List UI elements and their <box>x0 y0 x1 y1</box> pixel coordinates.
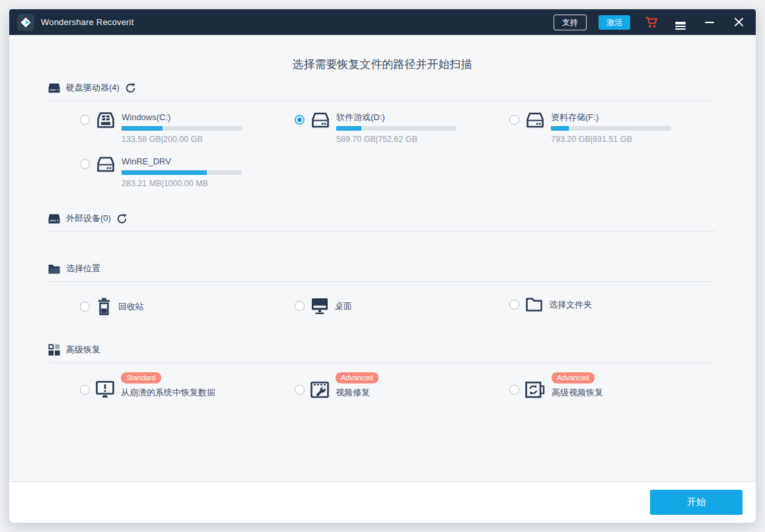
refresh-icon[interactable] <box>117 214 127 224</box>
section-external-devices: 外部设备(0) <box>48 212 716 232</box>
advanced-label: 从崩溃的系统中恢复数据 <box>121 386 215 399</box>
external-devices-title: 外部设备(0) <box>66 213 111 224</box>
location-label: 回收站 <box>118 301 144 313</box>
radio-button[interactable] <box>80 302 90 312</box>
radio-button[interactable] <box>295 115 305 125</box>
radio-button[interactable] <box>80 385 90 395</box>
drive-size: 589.70 GB|752.62 GB <box>336 135 456 144</box>
radio-button[interactable] <box>295 301 305 311</box>
recoverit-logo-icon <box>17 14 34 31</box>
radio-button[interactable] <box>509 385 519 395</box>
select-location-title: 选择位置 <box>66 263 100 275</box>
drive-size: 793.20 GB|931.51 GB <box>551 135 671 144</box>
advanced-video-recovery-icon <box>525 382 545 398</box>
location-label: 桌面 <box>335 300 352 312</box>
drive-name: 软件游戏(D:) <box>336 112 456 123</box>
standard-badge: Standard <box>121 372 161 383</box>
select-folder-icon <box>526 298 542 312</box>
section-advanced-recovery: 高级恢复 <box>48 343 716 399</box>
advanced-item-video-repair[interactable]: Advanced 视频修复 <box>295 371 509 399</box>
advanced-badge: Advanced <box>336 372 379 383</box>
advanced-badge: Advanced <box>552 372 595 383</box>
hard-drive-icon <box>48 214 60 224</box>
main-content: 选择需要恢复文件的路径并开始扫描 硬盘驱动器(4) <box>9 35 756 481</box>
advanced-label: 高级视频恢复 <box>552 386 603 399</box>
section-select-location: 选择位置 回收站 <box>48 262 716 316</box>
drive-icon <box>310 112 330 129</box>
hard-drive-icon <box>48 83 60 93</box>
crashed-system-icon <box>96 381 114 398</box>
minimize-button[interactable] <box>702 15 717 30</box>
drive-usage-bar <box>551 126 671 131</box>
drive-row-1: Windows(C:) 133.58 GB|200.00 GB <box>48 112 716 144</box>
drive-size: 283.21 MB|1000.00 MB <box>122 179 242 188</box>
support-button[interactable]: 支持 <box>554 15 587 30</box>
location-row: 回收站 桌面 <box>48 298 716 316</box>
radio-button[interactable] <box>509 300 519 310</box>
start-button[interactable]: 开始 <box>650 490 743 515</box>
desktop-icon <box>311 298 328 314</box>
location-label: 选择文件夹 <box>549 299 592 311</box>
drive-row-2: WinRE_DRV 283.21 MB|1000.00 MB <box>48 156 716 188</box>
drive-name: WinRE_DRV <box>122 156 242 167</box>
radio-button[interactable] <box>509 115 519 125</box>
hard-drives-title: 硬盘驱动器(4) <box>66 82 120 94</box>
drive-item-winre[interactable]: WinRE_DRV 283.21 MB|1000.00 MB <box>80 156 295 188</box>
location-select-folder[interactable]: 选择文件夹 <box>509 298 724 312</box>
activate-button[interactable]: 激活 <box>599 15 630 30</box>
advanced-item-crashed-system[interactable]: Standard 从崩溃的系统中恢复数据 <box>80 371 295 399</box>
drive-name: 资料存储(F:) <box>551 112 671 123</box>
advanced-row: Standard 从崩溃的系统中恢复数据 <box>48 371 716 399</box>
grid-icon <box>48 344 60 356</box>
recycle-bin-icon <box>96 298 112 316</box>
location-recycle-bin[interactable]: 回收站 <box>80 298 295 316</box>
drive-usage-bar <box>122 170 242 175</box>
drive-item-d[interactable]: 软件游戏(D:) 589.70 GB|752.62 GB <box>295 112 509 144</box>
drive-size: 133.58 GB|200.00 GB <box>122 135 242 144</box>
titlebar: Wondershare Recoverit 支持 激活 <box>9 9 756 35</box>
video-repair-icon <box>310 382 329 398</box>
drive-icon <box>525 112 545 129</box>
radio-button[interactable] <box>80 115 90 125</box>
drive-item-f[interactable]: 资料存储(F:) 793.20 GB|931.51 GB <box>509 112 724 144</box>
section-hard-drives: 硬盘驱动器(4) <box>48 81 716 188</box>
drive-usage-bar <box>122 126 242 131</box>
drive-usage-bar <box>336 126 456 131</box>
app-window: Wondershare Recoverit 支持 激活 选择需要恢复文件的路径并… <box>9 9 756 523</box>
advanced-item-advanced-video[interactable]: Advanced 高级视频恢复 <box>509 371 724 399</box>
menu-icon[interactable] <box>673 15 688 30</box>
folder-icon <box>48 264 60 274</box>
footer: 开始 <box>9 481 756 523</box>
advanced-recovery-title: 高级恢复 <box>66 344 100 356</box>
app-title: Wondershare Recoverit <box>41 17 134 27</box>
drive-item-windows-c[interactable]: Windows(C:) 133.58 GB|200.00 GB <box>80 112 295 144</box>
location-desktop[interactable]: 桌面 <box>295 298 509 314</box>
close-button[interactable] <box>731 15 747 30</box>
page-title: 选择需要恢复文件的路径并开始扫描 <box>48 57 716 72</box>
cart-icon[interactable] <box>643 15 659 30</box>
radio-button[interactable] <box>295 385 305 395</box>
drive-icon <box>96 156 116 174</box>
internal-drive-icon <box>96 112 116 129</box>
advanced-label: 视频修复 <box>336 386 379 399</box>
drive-name: Windows(C:) <box>122 112 242 123</box>
radio-button[interactable] <box>80 159 90 169</box>
refresh-icon[interactable] <box>126 83 135 93</box>
